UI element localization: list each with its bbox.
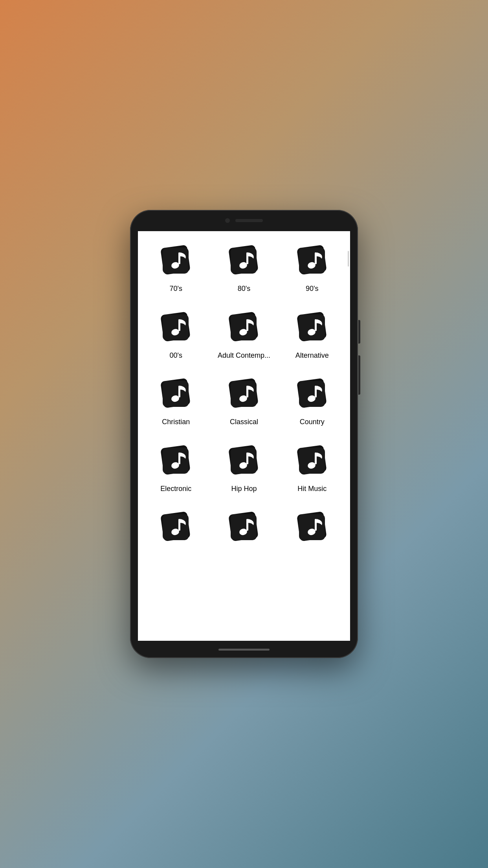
svg-rect-33 [299, 381, 325, 407]
genre-label-90s: 90's [306, 285, 318, 293]
svg-rect-17 [231, 314, 257, 340]
genre-label-adult-contemporary: Adult Contemp... [218, 351, 270, 360]
side-button-power [358, 355, 360, 395]
svg-rect-29 [231, 381, 257, 407]
svg-rect-21 [299, 314, 325, 340]
svg-rect-10 [315, 252, 317, 264]
camera-icon [225, 218, 230, 223]
genre-item-80s[interactable]: 80's [210, 236, 278, 303]
genre-grid: 70's 80's [138, 236, 350, 561]
music-icon-00s [157, 311, 194, 346]
genre-label-80s: 80's [238, 285, 250, 293]
svg-rect-37 [163, 448, 189, 474]
genre-item-adult-contemporary[interactable]: Adult Contemp... [210, 303, 278, 370]
music-icon-classical [225, 377, 262, 412]
svg-rect-5 [231, 248, 257, 274]
svg-rect-25 [163, 381, 189, 407]
home-indicator [218, 649, 270, 651]
genre-item-alternative[interactable]: Alternative [278, 303, 346, 370]
music-icon-electronic [157, 444, 194, 479]
speaker-bar [235, 219, 263, 222]
music-icon-jazz [157, 510, 194, 546]
music-icon-country [294, 377, 331, 412]
genre-label-hip-hop: Hip Hop [231, 485, 257, 493]
genre-label-00s: 00's [169, 351, 182, 360]
music-icon-christian [157, 377, 194, 412]
music-icon-pop [294, 510, 331, 546]
svg-rect-58 [315, 519, 317, 531]
svg-rect-26 [178, 386, 180, 397]
svg-rect-18 [246, 319, 248, 331]
music-icon-70s [157, 244, 194, 279]
genre-label-alternative: Alternative [295, 351, 329, 360]
genre-item-jazz[interactable] [142, 502, 210, 561]
svg-rect-54 [246, 519, 248, 531]
genre-item-70s[interactable]: 70's [142, 236, 210, 303]
genre-item-pop[interactable] [278, 502, 346, 561]
music-icon-hip-hop [225, 444, 262, 479]
genre-item-00s[interactable]: 00's [142, 303, 210, 370]
phone-device: 70's 80's [130, 210, 358, 658]
genre-label-classical: Classical [230, 418, 258, 427]
svg-rect-57 [299, 514, 325, 540]
genre-item-christian[interactable]: Christian [142, 369, 210, 436]
genre-label-70s: 70's [169, 285, 182, 293]
svg-rect-22 [315, 319, 317, 331]
genre-label-hit-music: Hit Music [297, 485, 327, 493]
music-icon-alternative [294, 311, 331, 346]
svg-rect-38 [178, 452, 180, 464]
music-icon-hit-music [294, 444, 331, 479]
svg-rect-50 [178, 519, 180, 531]
scrollbar [348, 251, 349, 267]
svg-rect-1 [163, 248, 189, 274]
svg-rect-14 [178, 319, 180, 331]
genre-item-country[interactable]: Country [278, 369, 346, 436]
side-button-volume [358, 320, 360, 344]
svg-rect-49 [163, 514, 189, 540]
screen-content: 70's 80's [138, 231, 350, 641]
phone-top-bar [130, 210, 358, 231]
genre-label-christian: Christian [162, 418, 190, 427]
phone-screen: 70's 80's [138, 231, 350, 641]
genre-item-electronic[interactable]: Electronic [142, 436, 210, 503]
svg-rect-13 [163, 314, 189, 340]
svg-rect-46 [315, 452, 317, 464]
genre-item-hip-hop[interactable]: Hip Hop [210, 436, 278, 503]
svg-rect-41 [231, 448, 257, 474]
svg-rect-53 [231, 514, 257, 540]
svg-rect-30 [246, 386, 248, 397]
music-icon-adult-contemporary [225, 311, 262, 346]
music-icon-latin [225, 510, 262, 546]
genre-label-country: Country [300, 418, 325, 427]
genre-item-hit-music[interactable]: Hit Music [278, 436, 346, 503]
genre-item-latin[interactable] [210, 502, 278, 561]
svg-rect-42 [246, 452, 248, 464]
music-icon-90s [294, 244, 331, 279]
phone-bottom-bar [130, 641, 358, 658]
svg-rect-34 [315, 386, 317, 397]
music-icon-80s [225, 244, 262, 279]
svg-rect-45 [299, 448, 325, 474]
genre-item-classical[interactable]: Classical [210, 369, 278, 436]
genre-item-90s[interactable]: 90's [278, 236, 346, 303]
svg-rect-2 [178, 252, 180, 264]
svg-rect-6 [246, 252, 248, 264]
svg-rect-9 [299, 248, 325, 274]
genre-label-electronic: Electronic [160, 485, 191, 493]
